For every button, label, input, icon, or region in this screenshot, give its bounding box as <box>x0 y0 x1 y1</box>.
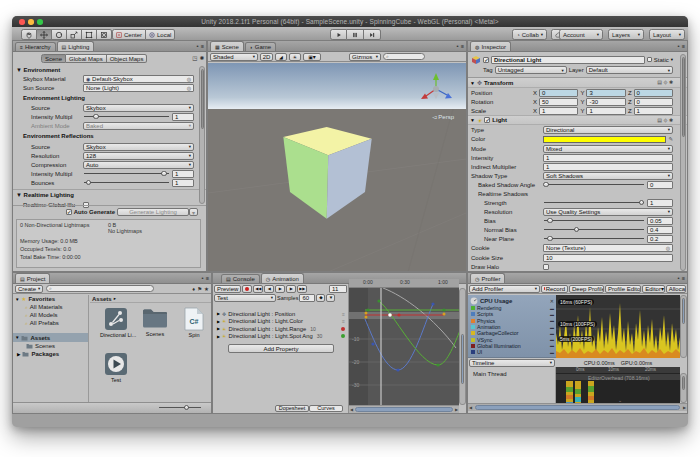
baked-shadow-angle-slider[interactable] <box>543 181 645 189</box>
transform-tool-button[interactable] <box>97 29 112 40</box>
pivot-local-button[interactable]: Local <box>146 29 175 40</box>
environment-foldout[interactable]: ▼ Environment <box>16 67 60 73</box>
tab-lighting[interactable]: ▤Lighting <box>57 41 95 51</box>
fav-all-models[interactable]: ⌕All Models <box>13 311 88 319</box>
tab-animation[interactable]: ◷Animation <box>261 273 304 283</box>
transform-context-icons[interactable]: ▤ ⟐ ✱ <box>657 79 673 86</box>
profile-editor-button[interactable]: Profile Editor <box>605 285 641 293</box>
scale-y-field[interactable]: 1 <box>586 107 625 115</box>
profiler-panel-menu[interactable]: ▪≡ <box>678 275 685 281</box>
move-tool-button[interactable] <box>37 29 52 40</box>
prev-key-button[interactable]: ◀ <box>264 285 274 293</box>
intensity-multiplier-value[interactable]: 1 <box>172 113 194 121</box>
active-checkbox[interactable]: ✓ <box>483 57 489 63</box>
auto-generate-checkbox[interactable]: ✓ <box>66 209 72 215</box>
audio-toggle[interactable]: ◢ <box>275 53 287 61</box>
lighting-scrollbar[interactable] <box>199 66 205 204</box>
object-name-field[interactable]: Directional Light <box>491 56 645 64</box>
asset-spin-script[interactable]: C# Spin <box>178 307 210 338</box>
fav-all-prefabs[interactable]: ⌕All Prefabs <box>13 319 88 327</box>
static-checkbox[interactable] <box>647 57 652 62</box>
zoom-button[interactable] <box>37 19 43 25</box>
anim-prop-spot-angle[interactable]: ▶☀Directional Light : Light.Spot Ang30 <box>213 333 348 341</box>
titlebar[interactable]: Unity 2018.2.1f1 Personal (64bit) - Samp… <box>12 16 688 27</box>
anim-play-button[interactable]: ▶ <box>275 285 285 293</box>
compression-dropdown[interactable]: Auto▾ <box>83 161 194 169</box>
chart-vscrollbar[interactable] <box>680 295 687 358</box>
light-enabled-checkbox[interactable]: ✓ <box>484 117 490 123</box>
near-plane-slider[interactable] <box>543 235 645 243</box>
subtab-scene[interactable]: Scene <box>41 54 66 63</box>
refl-intensity-value[interactable]: 1 <box>172 170 194 178</box>
minimize-button[interactable] <box>28 19 34 25</box>
frame-field[interactable]: 11 <box>329 285 347 293</box>
scale-z-field[interactable]: 1 <box>634 107 673 115</box>
subtab-object-maps[interactable]: Object Maps <box>107 54 148 63</box>
2d-toggle[interactable]: 2D <box>260 53 273 61</box>
anim-curve-area[interactable]: -10 -20 -30 <box>349 288 459 405</box>
normal-bias-value[interactable]: 0.4 <box>647 226 673 234</box>
indirect-multiplier-field[interactable]: 1 <box>543 163 673 171</box>
cpu-chart[interactable]: 16ms (60FPS) 10ms (100FPS) 5ms (200FPS) <box>556 295 680 358</box>
tab-scene[interactable]: ▦Scene <box>210 41 244 51</box>
project-search-input[interactable]: ⌕ <box>46 285 154 292</box>
normal-bias-slider[interactable] <box>543 226 645 234</box>
rotation-x-field[interactable]: 50 <box>539 98 578 106</box>
rotation-y-field[interactable]: -30 <box>586 98 625 106</box>
record-toggle[interactable]: Record <box>541 285 568 293</box>
tag-dropdown[interactable]: Untagged▾ <box>495 66 567 74</box>
rotation-z-field[interactable]: 0 <box>634 98 673 106</box>
close-button[interactable] <box>19 19 25 25</box>
refl-intensity-slider[interactable] <box>83 170 170 178</box>
account-button[interactable]: Account▾ <box>559 29 603 40</box>
rect-tool-button[interactable] <box>82 29 97 40</box>
cpu-usage-card[interactable]: CPU Usage ✕ Rendering▬ Scripts▬ Physics▬… <box>468 295 556 358</box>
draw-mode-dropdown[interactable]: Shaded▾ <box>210 53 258 61</box>
scale-tool-button[interactable] <box>67 29 82 40</box>
thumbnail-size-slider[interactable] <box>159 407 201 408</box>
scene-panel-menu[interactable]: ▪≡ <box>457 43 464 49</box>
tree-assets[interactable]: ▼Assets <box>13 333 88 342</box>
favorites-foldout[interactable]: ▼★Favorites <box>13 295 88 303</box>
add-keyframe-button[interactable]: ◆ <box>316 294 325 302</box>
position-z-field[interactable]: 0 <box>634 89 673 97</box>
intensity-field[interactable]: 1 <box>543 154 673 162</box>
scene-orientation-gizmo[interactable] <box>414 71 458 111</box>
preview-toggle[interactable]: Preview <box>214 285 241 293</box>
inspector-scrollbar[interactable] <box>680 54 686 271</box>
editor-dropdown[interactable]: Editor▾ <box>642 285 664 293</box>
lighting-toggle[interactable]: ☀ <box>289 53 301 61</box>
anim-vscrollbar[interactable] <box>459 288 466 405</box>
timeline-view[interactable]: EditorOverhead (708.16ms) ⌄ <box>556 373 680 403</box>
breadcrumb[interactable]: Assets <box>92 296 112 302</box>
light-type-dropdown[interactable]: Directional▾ <box>543 126 673 134</box>
anim-time-ruler[interactable]: 0:00 0:30 1:00 <box>349 279 459 288</box>
tree-scenes[interactable]: Scenes <box>13 342 88 350</box>
add-property-button[interactable]: Add Property <box>228 344 334 353</box>
collab-button[interactable]: ◔Collab▾ <box>512 29 547 40</box>
strength-value[interactable]: 1 <box>647 199 673 207</box>
play-button[interactable] <box>330 29 347 40</box>
anim-prop-position[interactable]: ▶✥Directional Light : Position≡ <box>213 310 348 318</box>
last-key-button[interactable]: ▶▶ <box>297 285 307 293</box>
anim-hscrollbar[interactable]: ◀▶ <box>349 405 459 413</box>
bounces-value[interactable]: 1 <box>172 179 194 187</box>
timeline-dropdown[interactable]: Timeline▾ <box>469 359 555 367</box>
generate-lighting-button[interactable]: Generate Lighting <box>117 208 189 216</box>
anim-prop-range[interactable]: ▶☀Directional Light : Light.Range10 <box>213 325 348 333</box>
main-thread-label[interactable]: Main Thread <box>468 367 555 377</box>
layer-dropdown[interactable]: Default▾ <box>586 66 673 74</box>
intensity-multiplier-slider[interactable] <box>83 113 170 121</box>
bias-value[interactable]: 0.05 <box>647 217 673 225</box>
first-key-button[interactable]: ◀◀ <box>253 285 263 293</box>
project-toolbar-icons[interactable]: ♦⚑★ <box>192 286 209 292</box>
generate-lighting-dropdown[interactable]: ▾ <box>189 208 198 216</box>
ambient-mode-dropdown[interactable]: Baked▾ <box>83 122 194 130</box>
tab-console[interactable]: ▤Console <box>221 274 260 283</box>
tab-profiler[interactable]: ◷Profiler <box>470 273 505 283</box>
tab-project[interactable]: ▤Project <box>15 273 50 283</box>
draw-halo-checkbox[interactable] <box>543 264 549 270</box>
lighting-gear-icon[interactable]: ◳✱ <box>192 55 204 61</box>
panel-menu-icons[interactable]: ▪≡ <box>197 43 204 49</box>
persp-label[interactable]: ◅ Persp <box>432 113 454 120</box>
